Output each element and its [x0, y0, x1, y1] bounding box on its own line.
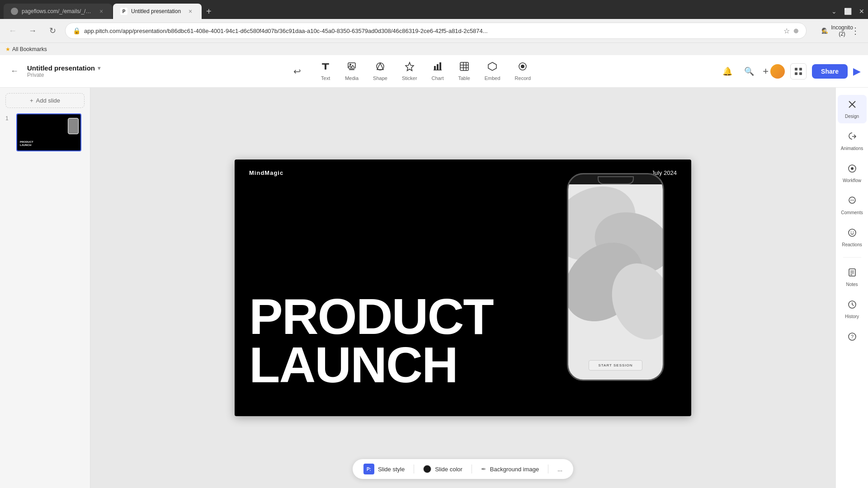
forward-button[interactable]: →: [25, 23, 40, 38]
url-bar[interactable]: 🔒 app.pitch.com/app/presentation/b86dbc6…: [65, 23, 807, 39]
slide-1-wrap: 1 PRODUCTLAUNCH: [5, 113, 85, 151]
slides-panel: + Add slide 1 PRODUCTLAUNCH: [0, 88, 90, 488]
reload-button[interactable]: ↻: [45, 23, 60, 38]
animations-label: Animations: [841, 146, 863, 151]
tool-record-label: Record: [515, 75, 531, 81]
tab-pitch[interactable]: P Untitled presentation ×: [113, 4, 202, 19]
app-layout: ← Untitled presentation ▾ Private ↩ Text: [0, 55, 868, 488]
grid-view-button[interactable]: [790, 63, 807, 80]
tab-close-pitch[interactable]: ×: [186, 7, 194, 15]
more-options-item[interactable]: ...: [557, 466, 562, 473]
thumb-headline: PRODUCTLAUNCH: [20, 141, 33, 147]
slide-style-icon: P:: [363, 464, 374, 474]
slide-style-label: Slide style: [378, 466, 405, 473]
tool-shape[interactable]: Shape: [367, 58, 394, 84]
add-button[interactable]: +: [763, 64, 785, 79]
menu-button[interactable]: ⋮: [848, 23, 863, 38]
profile-button[interactable]: 🕵 Incognito (2): [830, 23, 844, 38]
panel-divider: [843, 257, 861, 258]
phone-notch: [598, 176, 634, 184]
svg-rect-5: [349, 69, 354, 70]
right-panel-comments[interactable]: Comments: [838, 191, 867, 220]
undo-button[interactable]: ↩: [289, 63, 305, 80]
canvas-area: MindMagic July 2024 PRODUCT LAUNCH: [90, 88, 835, 488]
svg-rect-19: [795, 68, 797, 70]
svg-point-31: [851, 167, 854, 170]
tab-close-pageflows[interactable]: ×: [98, 7, 105, 15]
slide-color-label: Slide color: [435, 466, 462, 473]
share-button[interactable]: Share: [812, 64, 848, 79]
right-panel-animations[interactable]: Animations: [838, 127, 867, 155]
tool-record[interactable]: Record: [509, 58, 537, 84]
phone-mockup: Sleep START SESSION: [567, 173, 664, 381]
back-button[interactable]: ←: [5, 23, 20, 38]
background-image-label: Background image: [490, 466, 539, 473]
close-window-button[interactable]: ✕: [859, 8, 864, 15]
bookmarks-star-icon: ★: [5, 46, 10, 52]
tool-chart-label: Chart: [432, 75, 444, 81]
svg-point-33: [850, 200, 851, 201]
extension-icon[interactable]: ⊕: [793, 27, 799, 34]
svg-marker-16: [488, 62, 496, 70]
app-header: ← Untitled presentation ▾ Private ↩ Text: [0, 55, 868, 88]
tool-text-label: Text: [321, 75, 330, 81]
design-icon: [847, 99, 857, 112]
tab-favicon-pageflows: [11, 8, 18, 15]
color-circle: [423, 465, 431, 473]
notifications-button[interactable]: 🔔: [719, 63, 736, 80]
star-icon[interactable]: ☆: [783, 27, 790, 35]
record-tool-icon: [518, 61, 528, 74]
reactions-label: Reactions: [842, 242, 862, 247]
design-label: Design: [845, 114, 859, 119]
slide-color-item[interactable]: Slide color: [423, 465, 462, 473]
present-button[interactable]: ▶: [853, 66, 861, 77]
bookmarks-item-all[interactable]: ★ All Bookmarks: [5, 46, 47, 52]
svg-rect-9: [439, 62, 441, 70]
more-options-label: ...: [557, 466, 562, 473]
tool-sticker[interactable]: Sticker: [396, 58, 424, 84]
tool-table[interactable]: Table: [452, 58, 476, 84]
browser-actions: ⊕ 🕵 Incognito (2) ⋮: [812, 23, 863, 38]
thumb-phone: [68, 118, 79, 134]
title-dropdown-icon[interactable]: ▾: [98, 65, 100, 71]
right-panel-workflow[interactable]: Workflow: [838, 159, 867, 188]
right-panel-reactions[interactable]: Reactions: [838, 223, 867, 252]
animations-icon: [847, 131, 857, 144]
workflow-label: Workflow: [843, 178, 861, 183]
right-panel-history[interactable]: History: [838, 295, 867, 324]
phone-bg: [568, 184, 663, 380]
tab-favicon-pitch: P: [120, 8, 127, 15]
right-panel-help[interactable]: ?: [838, 327, 867, 349]
tool-embed-label: Embed: [485, 75, 500, 81]
history-label: History: [845, 314, 859, 319]
add-slide-button[interactable]: + Add slide: [5, 93, 85, 108]
url-text: app.pitch.com/app/presentation/b86dbc61-…: [84, 28, 780, 34]
text-tool-icon: [321, 61, 330, 74]
tool-embed[interactable]: Embed: [478, 58, 507, 84]
media-tool-icon: [347, 61, 357, 74]
notes-label: Notes: [846, 282, 858, 287]
slide-1-thumbnail[interactable]: PRODUCTLAUNCH: [16, 113, 81, 151]
svg-point-36: [849, 229, 856, 236]
window-controls: ⌄ ⬜ ✕: [831, 8, 864, 15]
tab-pageflows[interactable]: pageflows.com/_/emails/_/7fb5... ×: [4, 4, 112, 19]
slide-style-abbr: P:: [367, 467, 371, 472]
tool-text[interactable]: Text: [314, 58, 337, 84]
search-button[interactable]: 🔍: [741, 63, 757, 80]
svg-point-37: [850, 232, 851, 233]
table-tool-icon: [459, 61, 469, 74]
slide-canvas[interactable]: MindMagic July 2024 PRODUCT LAUNCH: [235, 160, 691, 416]
right-panel-design[interactable]: Design: [838, 95, 867, 123]
slide-style-item[interactable]: P: Slide style: [363, 464, 405, 474]
right-panel-notes[interactable]: Notes: [838, 263, 867, 291]
lock-icon: 🔒: [73, 27, 80, 34]
minimize-button[interactable]: ⌄: [831, 8, 837, 15]
app-back-button[interactable]: ←: [7, 64, 22, 79]
background-image-item[interactable]: ✒ Background image: [481, 465, 539, 473]
presentation-title: Untitled presentation ▾: [27, 64, 100, 72]
divider-1: [414, 465, 414, 474]
tool-media[interactable]: Media: [339, 58, 365, 84]
tool-chart[interactable]: Chart: [425, 58, 450, 84]
new-tab-button[interactable]: +: [203, 6, 215, 17]
maximize-button[interactable]: ⬜: [844, 8, 852, 15]
